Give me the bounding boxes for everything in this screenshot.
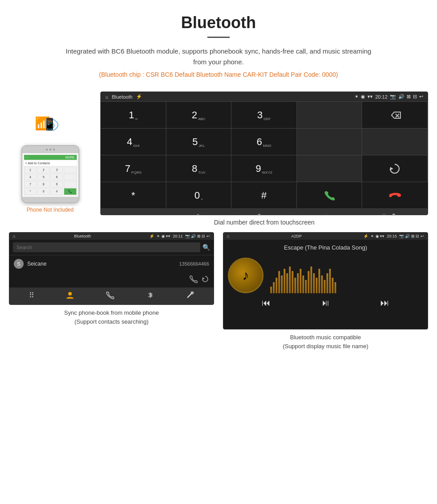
bottom-toolbar: ⠿ bbox=[101, 209, 428, 215]
close-icon[interactable]: ⊠ bbox=[407, 94, 411, 100]
ms-album-art: ♪ bbox=[228, 258, 264, 293]
phone-key: 7 bbox=[24, 181, 37, 187]
ms-title: A2DP bbox=[231, 234, 361, 238]
phonebook-container: ⌂ Bluetooth ⚡ ✶ ◉ ▾▾ 20:11 📷 🔊 ⊠ ⊟ ↩ 🔍 S… bbox=[9, 232, 214, 305]
waveform-bar bbox=[326, 273, 328, 293]
pb-bluetooth-btn[interactable] bbox=[146, 291, 154, 301]
car-screen-main: ⌂ Bluetooth ⚡ ✶ ◉ ▾▾ 20:12 📷 🔊 ⊠ ⊟ ↩ bbox=[100, 92, 428, 232]
dial-key-star[interactable]: * bbox=[101, 182, 166, 209]
signal-waves-svg: 📱 bbox=[33, 109, 68, 141]
dial-key-3[interactable]: 3 DEF bbox=[231, 102, 297, 129]
waveform-bar bbox=[334, 282, 336, 293]
waveform-bar bbox=[329, 269, 331, 293]
ms-waveform bbox=[270, 258, 423, 293]
window-icon[interactable]: ⊟ bbox=[413, 94, 417, 100]
bluetooth-specs: (Bluetooth chip : CSR BC6 Default Blueto… bbox=[9, 71, 428, 78]
back-icon[interactable]: ↩ bbox=[419, 94, 423, 100]
dial-call-green[interactable] bbox=[297, 182, 363, 209]
waveform-bar bbox=[316, 278, 317, 293]
dial-key-0[interactable]: 0+ bbox=[166, 182, 232, 209]
waveform-bar bbox=[300, 269, 301, 293]
svg-marker-4 bbox=[390, 167, 393, 170]
ms-content: Escape (The Pina Colada Song) ♪ ⏮ ⏯ ⏭ bbox=[223, 240, 428, 329]
waveform-bar bbox=[321, 275, 323, 293]
phone-key: * bbox=[24, 188, 37, 195]
dial-key-8[interactable]: 8 TUV bbox=[166, 155, 232, 182]
waveform-bar bbox=[276, 278, 277, 293]
dial-call-red[interactable] bbox=[362, 182, 428, 209]
phone-dot bbox=[53, 149, 55, 150]
phonebook-screen-wrap: ⌂ Bluetooth ⚡ ✶ ◉ ▾▾ 20:11 📷 🔊 ⊠ ⊟ ↩ 🔍 S… bbox=[9, 232, 214, 352]
phone-key: 1 bbox=[24, 167, 37, 173]
phone-key: 5 bbox=[37, 174, 50, 180]
phone-key: 9 bbox=[50, 181, 63, 187]
ms-next-btn[interactable]: ⏭ bbox=[380, 298, 389, 308]
dial-key-2[interactable]: 2 ABC bbox=[166, 102, 232, 129]
camera-icon: 📷 bbox=[390, 94, 396, 100]
pb-right-icons bbox=[9, 272, 214, 287]
pb-person-icon bbox=[66, 291, 74, 299]
waveform-bar bbox=[273, 282, 275, 293]
dial-backspace[interactable] bbox=[362, 102, 428, 129]
pb-call-log-btn[interactable] bbox=[106, 291, 114, 301]
phone-key: 2 bbox=[37, 167, 50, 173]
ms-prev-btn[interactable]: ⏮ bbox=[262, 298, 271, 308]
phone-key: 4 bbox=[24, 174, 37, 180]
pb-home-icon[interactable]: ⌂ bbox=[13, 234, 15, 238]
dial-key-9[interactable]: 9 WXYZ bbox=[231, 155, 297, 182]
dialpad-grid: 1∞ 2 ABC 3 DEF 4 G bbox=[101, 101, 428, 209]
dial-refresh[interactable] bbox=[362, 155, 428, 182]
phone-area: 📶 📱 ···MORE + Add to Contacts bbox=[9, 92, 91, 213]
waveform-bar bbox=[292, 271, 293, 293]
pb-contact-row[interactable]: S Seicane 13566664466 bbox=[9, 255, 214, 272]
pb-icons: ✶ ◉ ▾▾ bbox=[157, 234, 170, 238]
pb-title: Bluetooth bbox=[17, 234, 147, 238]
waveform-bar bbox=[289, 267, 291, 293]
phone-key: 8 bbox=[37, 181, 50, 187]
page-header: Bluetooth Integrated with BC6 Bluetooth … bbox=[0, 0, 437, 92]
ms-music-note: ♪ bbox=[243, 268, 249, 283]
pb-search-icon[interactable]: 🔍 bbox=[202, 244, 210, 251]
dial-key-7[interactable]: 7 PQRS bbox=[101, 155, 166, 182]
ms-home-icon[interactable]: ⌂ bbox=[227, 234, 229, 238]
dial-key-hash[interactable]: # bbox=[231, 182, 297, 209]
ms-play-pause-btn[interactable]: ⏯ bbox=[321, 298, 330, 308]
dial-key-6[interactable]: 6 MNO bbox=[231, 129, 297, 155]
dial-key-1[interactable]: 1∞ bbox=[101, 102, 166, 129]
usb-icon: ⚡ bbox=[136, 94, 142, 100]
waveform-bar bbox=[278, 271, 280, 293]
waveform-bar bbox=[286, 273, 288, 293]
ms-icons: ✶ ◉ ▾▾ bbox=[371, 234, 384, 238]
pb-avatar: S bbox=[14, 259, 24, 269]
dial-key-4[interactable]: 4 GHI bbox=[101, 129, 166, 155]
volume-icon: 🔊 bbox=[398, 94, 404, 100]
signal-icon: ▾▾ bbox=[367, 94, 373, 100]
pb-call-icon bbox=[190, 275, 198, 283]
refresh-icon bbox=[388, 162, 401, 175]
pb-bt-icon bbox=[146, 291, 154, 299]
music-caption: Bluetooth music compatible(Support displ… bbox=[223, 329, 428, 352]
pb-contacts-btn[interactable] bbox=[66, 291, 74, 301]
pb-usb: ⚡ bbox=[149, 234, 154, 238]
music-screen-wrap: ⌂ A2DP ⚡ ✶ ◉ ▾▾ 20:15 📷 🔊 ⊠ ⊟ ↩ Escape (… bbox=[223, 232, 428, 352]
ms-usb: ⚡ bbox=[363, 234, 368, 238]
time-display: 20:12 bbox=[375, 94, 388, 100]
home-icon[interactable]: ⌂ bbox=[105, 94, 108, 100]
pb-refresh-icon[interactable] bbox=[201, 275, 209, 285]
ms-status-bar: ⌂ A2DP ⚡ ✶ ◉ ▾▾ 20:15 📷 🔊 ⊠ ⊟ ↩ bbox=[223, 233, 428, 240]
dial-key-5[interactable]: 5 JKL bbox=[166, 129, 232, 155]
pb-search-input[interactable] bbox=[13, 242, 200, 252]
pb-status-icons2: 📷 🔊 ⊠ ⊟ ↩ bbox=[185, 234, 210, 238]
pb-search-bar: 🔍 bbox=[9, 240, 214, 255]
phone-screen: ···MORE + Add to Contacts 1 2 3 4 5 6 7 … bbox=[22, 153, 78, 197]
ms-song-title: Escape (The Pina Colada Song) bbox=[284, 244, 367, 251]
bottom-screens: ⌂ Bluetooth ⚡ ✶ ◉ ▾▾ 20:11 📷 🔊 ⊠ ⊟ ↩ 🔍 S… bbox=[0, 232, 437, 361]
waveform-bar bbox=[284, 269, 285, 293]
pb-contact-name: Seicane bbox=[27, 261, 179, 267]
pb-dialpad-btn[interactable]: ⠿ bbox=[29, 291, 34, 301]
pb-settings-btn[interactable] bbox=[186, 291, 194, 301]
pb-phone-icon[interactable] bbox=[190, 275, 198, 285]
phone-key bbox=[64, 181, 77, 187]
phone-key: 6 bbox=[50, 174, 63, 180]
phone-key: 3 bbox=[50, 167, 63, 173]
